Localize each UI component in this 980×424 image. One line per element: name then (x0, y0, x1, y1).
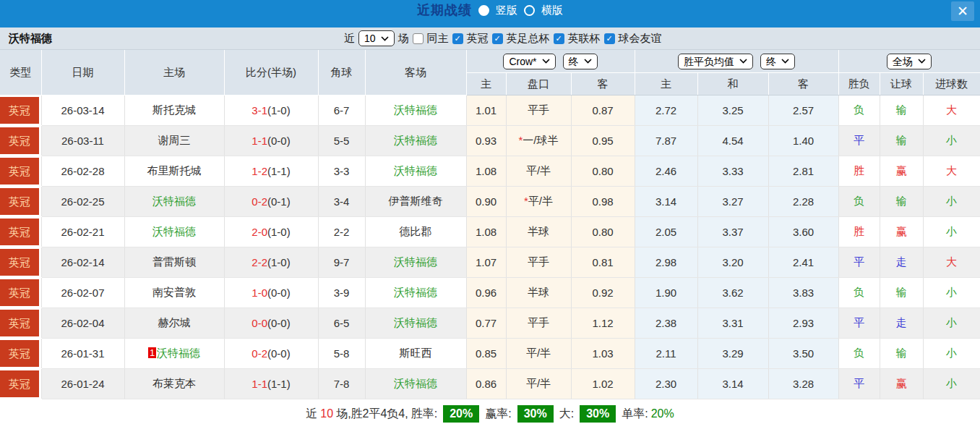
avg-draw-cell: 3.29 (697, 339, 768, 369)
odds-home-cell: 0.90 (466, 187, 506, 217)
score-cell: 1-1(0-0) (224, 126, 318, 156)
league-badge: 英冠 (0, 127, 39, 154)
same-home-checkbox[interactable]: ✓ (413, 33, 424, 44)
avg-away-cell: 3.28 (768, 369, 838, 399)
league-checkbox-1[interactable]: ✓ (492, 33, 503, 44)
result-cell: 平 (838, 247, 880, 278)
summary-count: 10 (320, 407, 333, 420)
avg-away-cell: 3.50 (768, 339, 838, 369)
profit-rate-badge: 30% (517, 405, 554, 423)
avg-home-cell: 1.90 (635, 278, 697, 308)
radio-horizontal-label[interactable]: 横版 (541, 4, 563, 17)
league-cell: 英冠 (0, 369, 41, 399)
odds-home-cell: 0.96 (466, 278, 506, 308)
same-home-label: 同主 (427, 32, 449, 46)
result-cell: 平 (838, 369, 880, 399)
handicap-result-cell: 输 (880, 187, 923, 217)
league-badge: 英冠 (0, 249, 39, 276)
radio-vertical-layout[interactable] (478, 5, 489, 16)
result-cell: 负 (838, 278, 880, 308)
radio-vertical-label[interactable]: 竖版 (496, 4, 517, 17)
summary-bar: 近10场,胜2平4负4, 胜率: 20% 赢率: 30% 大: 30% 单率:2… (0, 399, 980, 424)
home-team-cell: 沃特福德 (124, 187, 224, 217)
league-badge: 英冠 (0, 219, 39, 245)
odds-away-cell: 0.80 (571, 156, 635, 187)
goals-result-cell: 小 (923, 187, 980, 217)
avg-home-cell: 2.11 (635, 339, 697, 369)
goals-result-cell: 大 (923, 156, 980, 187)
subcol-odds-away: 客 (571, 73, 635, 96)
chevron-down-icon (781, 59, 789, 64)
score-cell: 0-2(0-1) (224, 187, 318, 217)
match-date: 26-02-14 (41, 247, 124, 278)
team-name: 沃特福德 (9, 32, 52, 46)
avg-away-cell: 3.83 (768, 278, 838, 308)
subcol-avg-draw: 和 (697, 73, 768, 96)
result-cell: 胜 (838, 156, 880, 187)
handicap-result-cell: 输 (880, 126, 923, 156)
goals-result-cell: 大 (923, 247, 980, 278)
league-checkbox-3[interactable]: ✓ (604, 33, 615, 44)
home-team-cell: 南安普敦 (124, 278, 224, 308)
page-title: 近期战绩 (417, 1, 472, 19)
avg-odds-select[interactable]: 胜平负均值 (678, 54, 753, 69)
league-badge: 英冠 (0, 97, 39, 124)
odds-home-cell: 0.77 (466, 308, 506, 339)
league-label-2: 英联杯 (568, 32, 601, 46)
league-cell: 英冠 (0, 187, 41, 217)
radio-horizontal-layout[interactable] (524, 5, 535, 16)
goals-result-cell: 小 (923, 339, 980, 369)
table-row: 英冠 26-01-24 布莱克本 1-1(1-1) 7-8 沃特福德 0.86 … (0, 369, 980, 399)
table-row: 英冠 26-03-14 斯托克城 3-1(1-0) 6-7 沃特福德 1.01 … (0, 96, 980, 126)
avg-away-cell: 2.81 (768, 156, 838, 187)
match-date: 26-02-04 (41, 308, 124, 339)
handicap-cell: 半球 (506, 278, 571, 308)
subcol-handicap: 盘口 (506, 73, 571, 96)
score-cell: 0-0(0-0) (224, 308, 318, 339)
score-cell: 1-0(0-0) (224, 278, 318, 308)
avg-away-cell: 1.40 (768, 126, 838, 156)
odds-time-select-1[interactable]: 终 (563, 54, 598, 69)
handicap-cell: *平/半 (506, 187, 571, 217)
corners-cell: 3-9 (318, 278, 365, 308)
avg-draw-cell: 3.33 (697, 156, 768, 187)
results-table: 类型 日期 主场 比分(半场) 角球 客场 Crow* 终 (0, 50, 980, 399)
big-rate-badge: 30% (580, 405, 616, 423)
home-team-cell: 谢周三 (124, 126, 224, 156)
odds-away-cell: 0.92 (571, 278, 635, 308)
odds-away-cell: 0.80 (571, 217, 635, 247)
avg-draw-cell: 3.62 (697, 278, 768, 308)
avg-home-cell: 2.38 (635, 308, 697, 339)
col-header-type: 类型 (0, 50, 41, 96)
chevron-down-icon (381, 36, 389, 41)
col-header-date: 日期 (41, 50, 124, 96)
match-count-select[interactable]: 10 (358, 30, 395, 46)
subcol-result: 胜负 (838, 73, 880, 96)
corners-cell: 3-3 (318, 156, 365, 187)
close-icon[interactable]: ✕ (951, 1, 974, 21)
league-badge: 英冠 (0, 370, 39, 397)
profit-rate-label: 赢率: (485, 407, 511, 422)
league-cell: 英冠 (0, 247, 41, 278)
result-cell: 负 (838, 339, 880, 369)
league-label-0: 英冠 (467, 32, 489, 46)
league-checkbox-0[interactable]: ✓ (452, 33, 463, 44)
handicap-result-cell: 赢 (880, 217, 923, 247)
score-cell: 1-1(1-1) (224, 369, 318, 399)
away-team-cell: 沃特福德 (365, 308, 466, 339)
odds-company-select[interactable]: Crow* (503, 54, 555, 69)
odds-time-select-2[interactable]: 终 (760, 54, 795, 69)
subcol-avg-away: 客 (768, 73, 838, 96)
league-checkbox-2[interactable]: ✓ (554, 33, 564, 44)
home-team-cell: 布莱克本 (124, 369, 224, 399)
avg-draw-cell: 3.27 (697, 187, 768, 217)
scope-select[interactable]: 全场 (887, 54, 932, 69)
match-date: 26-01-31 (41, 339, 124, 369)
subcol-handicap-result: 让球 (880, 73, 923, 96)
league-cell: 英冠 (0, 339, 41, 369)
handicap-cell: *一/球半 (506, 126, 571, 156)
summary-near-label: 近 (306, 407, 317, 422)
away-team-cell: 沃特福德 (365, 156, 466, 187)
odds-away-cell: 1.03 (571, 339, 635, 369)
table-row: 英冠 26-02-21 沃特福德 2-0(1-0) 2-2 德比郡 1.08 半… (0, 217, 980, 247)
